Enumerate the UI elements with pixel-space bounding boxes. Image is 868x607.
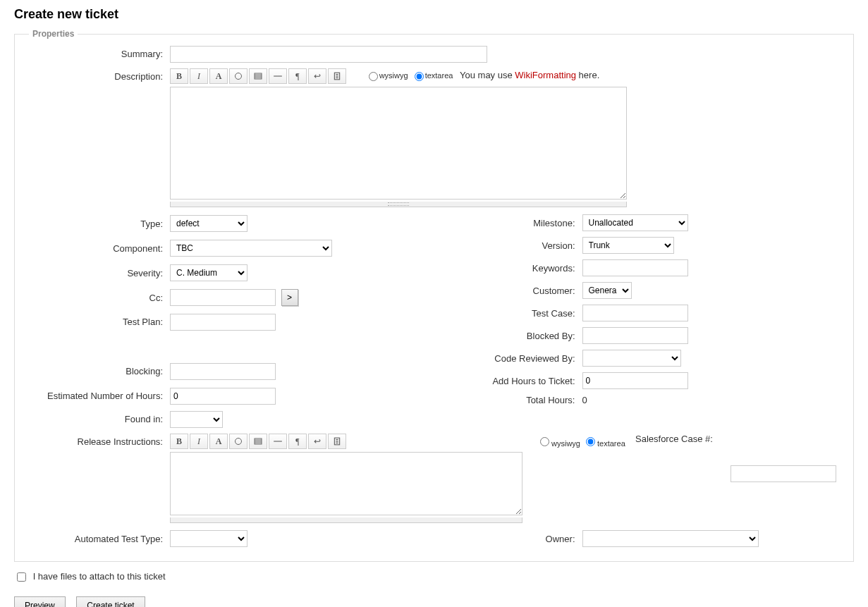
found-in-select[interactable] xyxy=(170,411,223,428)
properties-legend: Properties xyxy=(29,29,78,39)
release-textarea-radio-label[interactable]: textarea xyxy=(582,439,625,448)
version-label: Version: xyxy=(441,240,582,251)
test-case-label: Test Case: xyxy=(441,308,582,319)
description-toolbar: B I A ¶ ↩ xyxy=(170,68,348,84)
link-icon[interactable] xyxy=(229,68,247,84)
est-hours-input[interactable] xyxy=(170,388,276,405)
pilcrow-icon[interactable]: ¶ xyxy=(288,434,307,449)
severity-select[interactable]: C. Medium xyxy=(170,264,247,281)
customer-select[interactable]: General xyxy=(582,282,632,299)
svg-rect-1 xyxy=(255,73,262,79)
blocking-input[interactable] xyxy=(170,363,276,380)
code-icon[interactable] xyxy=(328,68,346,84)
milestone-label: Milestone: xyxy=(441,218,582,228)
br-icon[interactable]: ↩ xyxy=(308,434,326,449)
release-textarea-radio[interactable] xyxy=(586,437,595,446)
attach-files-text: I have files to attach to this ticket xyxy=(33,571,166,582)
bold-icon[interactable]: B xyxy=(170,68,188,84)
version-select[interactable]: Trunk xyxy=(582,237,674,254)
italic-icon[interactable]: I xyxy=(190,434,208,449)
wiki-formatting-link[interactable]: WikiFormatting xyxy=(515,70,576,80)
est-hours-label: Estimated Number of Hours: xyxy=(29,391,170,401)
total-hours-value: 0 xyxy=(582,395,840,405)
image-icon[interactable] xyxy=(249,434,267,449)
component-label: Component: xyxy=(29,243,170,254)
svg-point-10 xyxy=(236,439,242,445)
description-wysiwyg-radio-label[interactable]: wysiwyg xyxy=(365,71,408,80)
link-icon[interactable] xyxy=(229,434,247,449)
description-resize-grip[interactable] xyxy=(170,202,627,207)
found-in-label: Found in: xyxy=(29,411,170,424)
test-plan-label: Test Plan: xyxy=(29,317,170,327)
keywords-input[interactable] xyxy=(582,259,688,276)
description-textarea[interactable] xyxy=(170,87,627,200)
cc-input[interactable] xyxy=(170,289,276,306)
attach-files-checkbox[interactable] xyxy=(17,572,26,582)
keywords-label: Keywords: xyxy=(441,263,582,274)
code-icon[interactable] xyxy=(328,434,346,449)
release-instructions-textarea[interactable] xyxy=(170,452,522,515)
image-icon[interactable] xyxy=(249,68,267,84)
bold-icon[interactable]: B xyxy=(170,434,188,449)
description-label: Description: xyxy=(29,68,170,82)
italic-icon[interactable]: I xyxy=(190,68,208,84)
properties-fieldset: Properties Summary: Description: B I A xyxy=(14,29,854,562)
description-textarea-radio-label[interactable]: textarea xyxy=(410,71,453,80)
textarea-text: textarea xyxy=(597,439,625,448)
code-reviewed-by-label: Code Reviewed By: xyxy=(441,353,582,364)
wysiwyg-text: wysiwyg xyxy=(551,439,580,448)
description-wysiwyg-radio[interactable] xyxy=(369,72,378,81)
br-icon[interactable]: ↩ xyxy=(308,68,326,84)
type-select[interactable]: defect xyxy=(170,215,247,232)
code-reviewed-by-select[interactable] xyxy=(582,350,681,367)
svg-rect-6 xyxy=(334,73,339,80)
release-wysiwyg-radio-label[interactable]: wysiwyg xyxy=(537,439,580,448)
page-title: Create new ticket xyxy=(14,7,854,22)
summary-label: Summary: xyxy=(29,46,170,59)
severity-label: Severity: xyxy=(29,268,170,278)
blocking-label: Blocking: xyxy=(29,366,170,376)
release-resize-grip[interactable] xyxy=(170,517,522,523)
pilcrow-icon[interactable]: ¶ xyxy=(288,68,307,84)
salesforce-input[interactable] xyxy=(731,465,836,482)
blocked-by-label: Blocked By: xyxy=(441,331,582,341)
cc-add-button[interactable]: > xyxy=(281,289,298,306)
svg-rect-11 xyxy=(255,439,262,444)
wiki-hint: You may use WikiFormatting here. xyxy=(460,70,599,80)
add-hours-input[interactable] xyxy=(582,372,688,389)
svg-rect-16 xyxy=(334,438,339,445)
salesforce-label: Salesforce Case #: xyxy=(635,434,713,444)
test-case-input[interactable] xyxy=(582,305,688,321)
owner-select[interactable] xyxy=(582,530,759,547)
wysiwyg-text: wysiwyg xyxy=(379,71,408,80)
attach-files-label[interactable]: I have files to attach to this ticket xyxy=(14,571,166,582)
test-plan-input[interactable] xyxy=(170,314,276,331)
auto-test-type-label: Automated Test Type: xyxy=(29,534,170,544)
hr-icon[interactable] xyxy=(269,434,287,449)
preview-button[interactable]: Preview xyxy=(14,596,66,607)
total-hours-label: Total Hours: xyxy=(441,395,582,405)
auto-test-type-select[interactable] xyxy=(170,530,247,547)
release-wysiwyg-radio[interactable] xyxy=(540,437,549,446)
hr-icon[interactable] xyxy=(269,68,287,84)
svg-point-0 xyxy=(236,73,242,80)
font-icon[interactable]: A xyxy=(209,68,228,84)
font-icon[interactable]: A xyxy=(209,434,228,449)
create-ticket-button[interactable]: Create ticket xyxy=(76,596,145,607)
release-instructions-label: Release Instructions: xyxy=(29,434,170,447)
cc-label: Cc: xyxy=(29,293,170,303)
owner-label: Owner: xyxy=(441,534,582,544)
release-toolbar: B I A ¶ ↩ xyxy=(170,434,348,449)
blocked-by-input[interactable] xyxy=(582,327,688,344)
type-label: Type: xyxy=(29,219,170,229)
component-select[interactable]: TBC xyxy=(170,240,332,257)
textarea-text: textarea xyxy=(425,71,453,80)
customer-label: Customer: xyxy=(441,286,582,296)
wiki-hint-suffix: here. xyxy=(576,70,599,80)
summary-input[interactable] xyxy=(170,46,487,63)
wiki-hint-prefix: You may use xyxy=(460,70,515,80)
description-textarea-radio[interactable] xyxy=(415,72,424,81)
add-hours-label: Add Hours to Ticket: xyxy=(441,376,582,386)
milestone-select[interactable]: Unallocated xyxy=(582,214,688,231)
